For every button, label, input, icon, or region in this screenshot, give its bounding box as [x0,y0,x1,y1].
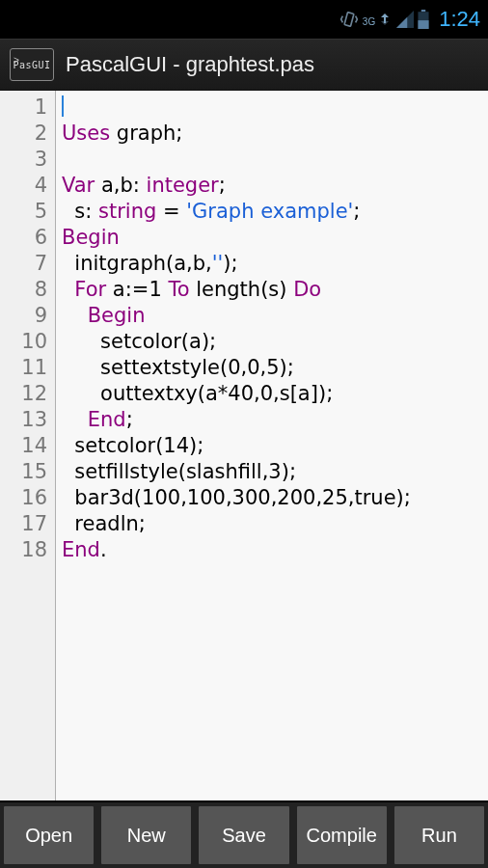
text-cursor [62,95,64,117]
code-area[interactable]: Uses graph;Var a,b: integer; s: string =… [56,91,488,800]
line-number: 13 [0,407,47,433]
line-number: 8 [0,277,47,303]
save-button[interactable]: Save [199,806,288,864]
code-line[interactable] [62,95,482,121]
line-number: 6 [0,225,47,251]
code-line[interactable]: s: string = 'Graph example'; [62,199,482,225]
code-line[interactable]: initgraph(a,b,''); [62,251,482,277]
code-line[interactable]: Begin [62,225,482,251]
signal-icon [396,11,414,28]
code-line[interactable]: End; [62,407,482,433]
code-line[interactable]: readln; [62,511,482,537]
gutter: 123456789101112131415161718 [0,91,56,800]
editor[interactable]: 123456789101112131415161718 Uses graph;V… [0,91,488,800]
run-button[interactable]: Run [394,806,484,864]
window-title: PascalGUI - graphtest.pas [66,52,314,77]
code-line[interactable]: outtextxy(a*40,0,s[a]); [62,381,482,407]
line-number: 15 [0,459,47,485]
open-button[interactable]: Open [4,806,94,864]
line-number: 2 [0,121,47,147]
code-line[interactable]: End. [62,537,482,563]
network-icon: 3G [363,12,393,27]
line-number: 4 [0,173,47,199]
code-line[interactable]: Begin [62,303,482,329]
compile-button[interactable]: Compile [297,806,387,864]
new-button[interactable]: New [101,806,191,864]
code-line[interactable]: settextstyle(0,0,5); [62,355,482,381]
line-number: 12 [0,381,47,407]
line-number: 17 [0,511,47,537]
battery-icon [418,10,429,29]
clock: 1:24 [439,7,480,32]
line-number: 7 [0,251,47,277]
svg-rect-3 [419,20,429,29]
code-line[interactable]: bar3d(100,100,300,200,25,true); [62,485,482,511]
line-number: 11 [0,355,47,381]
code-line[interactable]: Uses graph; [62,121,482,147]
code-line[interactable]: setfillstyle(slashfill,3); [62,459,482,485]
line-number: 10 [0,329,47,355]
status-bar: 3G 1:24 [0,0,488,39]
bottom-toolbar: Open New Save Compile Run [0,800,488,868]
line-number: 1 [0,95,47,121]
line-number: 5 [0,199,47,225]
line-number: 14 [0,433,47,459]
code-line[interactable]: setcolor(14); [62,433,482,459]
svg-rect-0 [344,13,354,27]
code-line[interactable]: Var a,b: integer; [62,173,482,199]
title-bar: PasGUI PascalGUI - graphtest.pas [0,39,488,91]
code-line[interactable] [62,147,482,173]
vibrate-icon [339,10,359,29]
app-icon: PasGUI [10,48,54,81]
line-number: 3 [0,147,47,173]
code-line[interactable]: For a:=1 To length(s) Do [62,277,482,303]
line-number: 18 [0,537,47,563]
line-number: 9 [0,303,47,329]
line-number: 16 [0,485,47,511]
code-line[interactable]: setcolor(a); [62,329,482,355]
svg-rect-1 [421,10,425,12]
